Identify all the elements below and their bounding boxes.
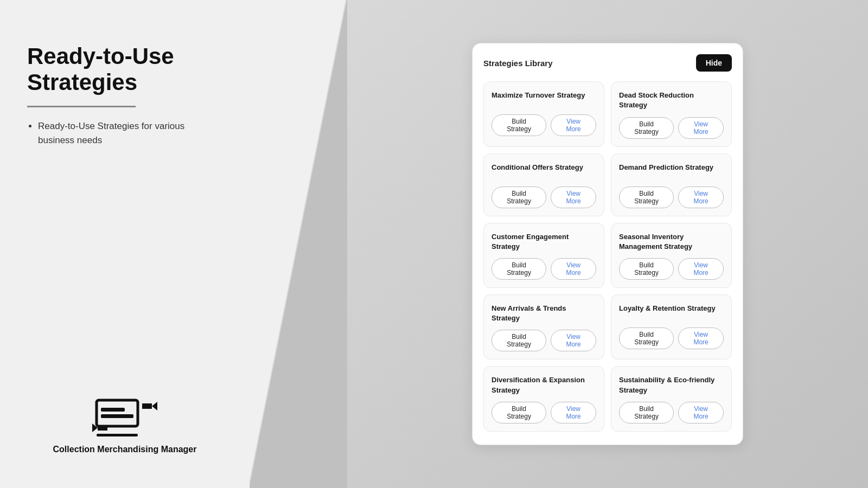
strategy-name: Loyalty & Retention Strategy <box>619 304 724 321</box>
strategy-card: Diversification & Expansion StrategyBuil… <box>483 366 604 431</box>
strategy-actions: Build StrategyView More <box>619 187 724 208</box>
strategy-name: Conditional Offers Strategy <box>492 163 596 180</box>
strategy-card: Conditional Offers StrategyBuild Strateg… <box>483 153 604 216</box>
strategy-actions: Build StrategyView More <box>619 402 724 423</box>
svg-marker-1 <box>142 403 152 409</box>
diagonal-separator <box>250 0 347 488</box>
build-strategy-button[interactable]: Build Strategy <box>619 258 674 280</box>
strategy-actions: Build StrategyView More <box>492 114 596 136</box>
view-more-button[interactable]: View More <box>678 258 724 280</box>
library-title: Strategies Library <box>483 59 553 68</box>
strategy-card: Customer Engagement StrategyBuild Strate… <box>483 223 604 288</box>
strategy-card: Loyalty & Retention StrategyBuild Strate… <box>611 294 732 359</box>
view-more-button[interactable]: View More <box>678 402 724 423</box>
view-more-button[interactable]: View More <box>551 258 596 280</box>
view-more-button[interactable]: View More <box>678 328 724 349</box>
view-more-button[interactable]: View More <box>678 187 724 208</box>
bottom-logo: Collection Merchandising Manager <box>27 394 222 466</box>
svg-marker-2 <box>152 402 157 410</box>
view-more-button[interactable]: View More <box>551 402 596 423</box>
left-panel: Ready-to-Use Strategies Ready-to-Use Str… <box>0 0 250 488</box>
strategy-name: Demand Prediction Strategy <box>619 163 724 180</box>
strategy-name: Customer Engagement Strategy <box>492 232 596 252</box>
build-strategy-button[interactable]: Build Strategy <box>492 187 546 208</box>
strategy-name: Dead Stock Reduction Strategy <box>619 91 724 110</box>
build-strategy-button[interactable]: Build Strategy <box>619 187 674 208</box>
strategy-actions: Build StrategyView More <box>492 330 596 351</box>
svg-marker-5 <box>98 425 107 431</box>
strategy-name: Seasonal Inventory Management Strategy <box>619 232 724 252</box>
title-divider <box>27 106 136 107</box>
svg-rect-4 <box>101 414 133 418</box>
view-more-button[interactable]: View More <box>551 330 596 351</box>
strategies-grid: Maximize Turnover StrategyBuild Strategy… <box>483 81 732 432</box>
library-header: Strategies Library Hide <box>483 54 732 72</box>
build-strategy-button[interactable]: Build Strategy <box>619 402 674 423</box>
logo-icon <box>92 394 157 437</box>
build-strategy-button[interactable]: Build Strategy <box>492 258 546 280</box>
right-area: Strategies Library Hide Maximize Turnove… <box>347 0 868 488</box>
strategy-name: Sustainability & Eco-friendly Strategy <box>619 375 724 395</box>
logo-label: Collection Merchandising Manager <box>53 444 197 455</box>
strategy-card: Dead Stock Reduction StrategyBuild Strat… <box>611 81 732 146</box>
svg-rect-7 <box>97 434 138 436</box>
strategy-actions: Build StrategyView More <box>492 402 596 423</box>
strategy-card: New Arrivals & Trends StrategyBuild Stra… <box>483 294 604 359</box>
strategy-card: Seasonal Inventory Management StrategyBu… <box>611 223 732 288</box>
build-strategy-button[interactable]: Build Strategy <box>492 330 546 351</box>
strategy-card: Sustainability & Eco-friendly StrategyBu… <box>611 366 732 431</box>
strategy-name: New Arrivals & Trends Strategy <box>492 304 596 323</box>
strategy-actions: Build StrategyView More <box>492 258 596 280</box>
hide-button[interactable]: Hide <box>696 54 732 72</box>
bullet-item: Ready-to-Use Strategies for various busi… <box>38 119 222 148</box>
build-strategy-button[interactable]: Build Strategy <box>492 402 546 423</box>
view-more-button[interactable]: View More <box>551 114 596 136</box>
build-strategy-button[interactable]: Build Strategy <box>619 328 674 349</box>
strategy-card: Maximize Turnover StrategyBuild Strategy… <box>483 81 604 146</box>
library-card: Strategies Library Hide Maximize Turnove… <box>472 43 743 445</box>
strategy-card: Demand Prediction StrategyBuild Strategy… <box>611 153 732 216</box>
svg-rect-0 <box>97 400 138 426</box>
strategy-name: Diversification & Expansion Strategy <box>492 375 596 395</box>
bullet-list: Ready-to-Use Strategies for various busi… <box>27 119 222 148</box>
view-more-button[interactable]: View More <box>551 187 596 208</box>
strategy-actions: Build StrategyView More <box>619 328 724 349</box>
build-strategy-button[interactable]: Build Strategy <box>492 114 546 136</box>
view-more-button[interactable]: View More <box>678 117 724 139</box>
page-title: Ready-to-Use Strategies <box>27 43 222 96</box>
strategy-actions: Build StrategyView More <box>492 187 596 208</box>
svg-rect-3 <box>101 408 125 412</box>
strategy-actions: Build StrategyView More <box>619 258 724 280</box>
build-strategy-button[interactable]: Build Strategy <box>619 117 674 139</box>
strategy-name: Maximize Turnover Strategy <box>492 91 596 108</box>
strategy-actions: Build StrategyView More <box>619 117 724 139</box>
